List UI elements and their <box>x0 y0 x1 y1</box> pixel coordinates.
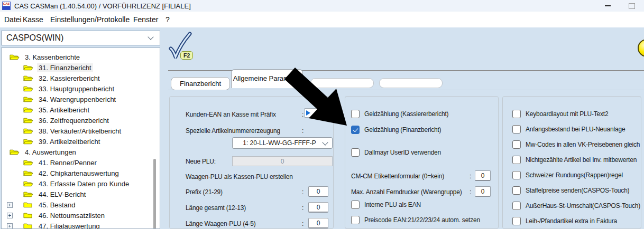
checkbox-unchecked[interactable] <box>512 156 521 164</box>
folder-closed-icon <box>23 212 33 219</box>
menu-datei[interactable]: Datei <box>4 12 22 27</box>
laenge-waagen-plu-input[interactable] <box>308 218 328 228</box>
checkbox-label: Interne PLU als EAN <box>364 201 421 208</box>
checkbox-label: Preiscode EAN:21/22/23/24 autom. setzen <box>364 216 480 224</box>
tree-item-elv-bericht[interactable]: 44. ELV-Bericht <box>2 189 160 199</box>
colon: : <box>302 220 303 227</box>
tree-item-label: 3. Kassenberichte <box>23 53 81 62</box>
group-right-parameters: Keyboardlayout mit PLU-Text2 Anfangsbest… <box>502 96 641 229</box>
checkbox-row-geldzaehlung-finanz[interactable]: Geldzählung (Finanzbericht) <box>351 126 441 134</box>
tree-item-verkaeufer-artikelbericht[interactable]: 38. Verkäufer/Artikelbericht <box>2 126 160 136</box>
tree-item-kassiererbericht[interactable]: 32. Kassiererbericht <box>2 73 160 83</box>
tree-item-label: 43. Erfasste Daten pro Kunde <box>37 179 131 188</box>
checkbox-row-staffelpreise[interactable]: Staffelpreise senden(CASPOS-Touch) <box>512 186 629 195</box>
tree-item-label: 45. Bestand <box>37 201 77 209</box>
tree-item-label: 31. Finanzbericht <box>37 63 93 72</box>
checkbox-label: AußerHaus-St-Umschalt(CASPOS-Touch) <box>526 202 640 209</box>
expand-plus-icon[interactable] <box>7 223 13 229</box>
checkbox-row-interne-plu[interactable]: Interne PLU als EAN <box>351 201 421 209</box>
menu-einstellungen-protokolle[interactable]: Einstellungen/Protokolle <box>50 12 130 27</box>
tree-item-label: 33. Hauptgruppenbericht <box>37 84 116 93</box>
help-ball-icon[interactable] <box>638 39 644 57</box>
checkbox-unchecked[interactable] <box>512 202 521 210</box>
etikettenformular-input[interactable] <box>475 170 491 181</box>
checkbox-row-mw-codes[interactable]: Mw-Codes in allen VK-Preisebenen gleich <box>512 140 640 149</box>
tree-item-kassenberichte[interactable]: 3. Kassenberichte <box>2 52 160 62</box>
tab-empty-2[interactable] <box>379 78 443 88</box>
tree-item-label: 38. Verkäufer/Artikelbericht <box>37 127 123 136</box>
folder-open-icon <box>23 180 33 187</box>
expand-plus-icon[interactable] <box>7 202 13 208</box>
checkbox-label: Anfangsbestand bei PLU-Neuanlage <box>526 126 625 133</box>
folder-open-icon <box>10 53 20 61</box>
checkbox-row-keyboardlayout[interactable]: Keyboardlayout mit PLU-Text2 <box>512 110 608 118</box>
checkbox-row-geldzaehlung-kassierer[interactable]: Geldzählung (Kassiererbericht) <box>351 110 448 118</box>
tree-item-hauptgruppenbericht[interactable]: 33. Hauptgruppenbericht <box>2 83 160 94</box>
tree-item-finanzbericht[interactable]: 31. Finanzbericht <box>2 62 160 73</box>
checkbox-row-nichtgezaehlte[interactable]: Nichtgezählte Artikel bei Inv. mitbewert… <box>512 156 637 164</box>
title-bar: CAS CAS CASMan (1.40.54.00) / VORFÜHRLIZ… <box>0 0 644 12</box>
checkbox-row-preiscode-ean[interactable]: Preiscode EAN:21/22/23/24 autom. setzen <box>351 216 480 224</box>
tree-item-renner-penner[interactable]: 41. Renner/Penner <box>2 157 160 168</box>
checkbox-label: Dallmayr UserID verwenden <box>364 149 441 156</box>
checkbox-unchecked[interactable] <box>512 140 521 149</box>
tree-item-label: 46. Nettoumsatzlisten <box>37 211 106 220</box>
checkbox-unchecked[interactable] <box>512 171 521 179</box>
checkbox-label: Staffelpreise senden(CASPOS-Touch) <box>526 187 629 194</box>
tab-allgemeine-parameter[interactable]: Allgemeine Parameter <box>231 69 303 88</box>
tree-item-warengruppenbericht[interactable]: 34. Warengruppenbericht <box>2 94 160 104</box>
artikelnummer-select[interactable]: 1: 20-LL-WW-GG-FFFF-P <box>232 137 333 149</box>
checkbox-unchecked[interactable] <box>351 148 360 157</box>
menu-bar: Datei Kasse Einstellungen/Protokolle Fen… <box>0 12 644 27</box>
ferndrucker-label: Max. Anzahl Ferndrucker (Warengruppe) <box>351 188 462 196</box>
checkbox-unchecked[interactable] <box>512 125 521 133</box>
checkbox-row-dallmayr-userid[interactable]: Dallmayr UserID verwenden <box>351 148 441 157</box>
tree-item-artikelzeitbericht[interactable]: 39. Artikelzeitbericht <box>2 136 160 147</box>
tree-item-label: 42. Chipkartenauswertung <box>37 169 121 178</box>
tab-empty-1[interactable] <box>310 78 374 88</box>
menu-help[interactable]: ? <box>165 12 170 27</box>
tree-item-chipkartenauswertung[interactable]: 42. Chipkartenauswertung <box>2 168 160 178</box>
checkbox-unchecked[interactable] <box>351 201 360 209</box>
ferndrucker-input[interactable] <box>475 186 491 197</box>
checkbox-row-leih-pfandartikel[interactable]: Leih-/Pfandartikel extra in Faktura <box>512 217 617 225</box>
tree-item-artikelbericht[interactable]: 35. Artikelbericht <box>2 104 160 115</box>
checkbox-unchecked[interactable] <box>512 186 521 195</box>
checkbox-unchecked[interactable] <box>351 216 360 224</box>
tree-item-label: 47. Filialauswertung <box>37 222 102 229</box>
menu-kasse[interactable]: Kasse <box>23 12 43 27</box>
prefix-input[interactable] <box>308 186 328 197</box>
group-middle-parameters: Geldzählung (Kassiererbericht) Geldzählu… <box>345 96 499 229</box>
expand-plus-icon[interactable] <box>7 213 13 218</box>
tree-scrollbar-thumb[interactable] <box>153 159 156 229</box>
app-window: CAS CAS CASMan (1.40.54.00) / VORFÜHRLIZ… <box>0 0 644 229</box>
cash-register-type-select[interactable]: CASPOS(WIN) <box>1 31 160 45</box>
kunden-ean-label: Kunden-EAN an Kasse mit Präfix <box>186 111 276 118</box>
tree-item-zeitfrequenzbericht[interactable]: 36. Zeitfrequenzbericht <box>2 115 160 126</box>
tree-item-auswertungen[interactable]: 4. Auswertungen <box>2 147 160 157</box>
checkbox-row-ausserhaus[interactable]: AußerHaus-St-Umschalt(CASPOS-Touch) <box>512 202 640 210</box>
kunden-ean-value-field[interactable] <box>305 108 318 118</box>
checkbox-unchecked[interactable] <box>351 110 360 118</box>
tab-finanzbericht[interactable]: Finanzbericht <box>171 77 230 90</box>
report-tree: 3. Kassenberichte 31. Finanzbericht 32. … <box>1 47 160 229</box>
tree-item-erfasste-daten[interactable]: 43. Erfasste Daten pro Kunde <box>2 178 160 189</box>
tree-item-bestand[interactable]: 45. Bestand <box>2 199 160 210</box>
maximize-icon <box>629 3 635 9</box>
tree-item-filialauswertung[interactable]: 47. Filialauswertung <box>2 221 160 229</box>
maximize-button[interactable] <box>620 0 644 12</box>
checkbox-unchecked[interactable] <box>512 217 521 225</box>
checkbox-checked[interactable] <box>351 126 360 134</box>
menu-fenster[interactable]: Fenster <box>133 12 158 27</box>
minimize-button[interactable] <box>595 0 620 12</box>
folder-open-icon <box>23 74 33 82</box>
laenge-gesamt-input[interactable] <box>308 202 328 213</box>
tree-item-label: 39. Artikelzeitbericht <box>37 137 102 146</box>
checkbox-unchecked[interactable] <box>512 110 521 118</box>
checkbox-row-schweizer-rundung[interactable]: Schweizer Rundungs(Rappen)regel <box>512 171 623 179</box>
app-logo-bar <box>3 6 10 9</box>
checkbox-row-anfangsbestand[interactable]: Anfangsbestand bei PLU-Neuanlage <box>512 125 625 133</box>
laenge-waagen-plu-label: Länge Waagen-PLU (4-5) <box>186 220 256 227</box>
tree-item-nettoumsatzlisten[interactable]: 46. Nettoumsatzlisten <box>2 210 160 221</box>
neue-plu-label: Neue PLU: <box>186 158 216 165</box>
